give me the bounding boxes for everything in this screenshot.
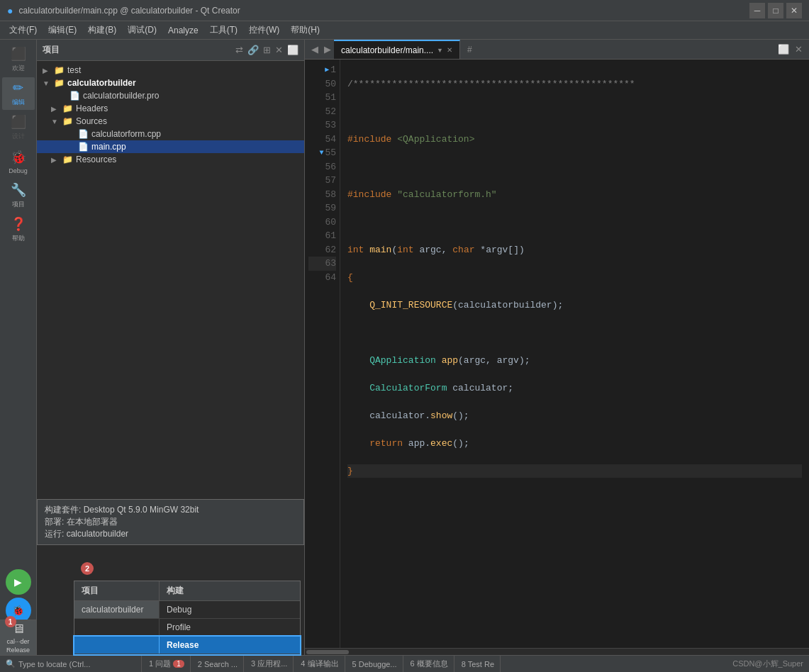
split-editor-button[interactable]: ⬜ xyxy=(775,44,792,55)
link-icon[interactable]: 🔗 xyxy=(247,45,259,55)
window-controls: ─ □ ✕ xyxy=(749,3,802,18)
problems-label: 1 问题 xyxy=(149,659,171,669)
sidebar-item-project[interactable]: 🔧 项目 xyxy=(2,179,35,212)
menu-controls[interactable]: 控件(W) xyxy=(243,23,285,38)
code-line-64 xyxy=(347,492,802,506)
code-line-52 xyxy=(347,160,802,174)
scroll-thumb[interactable] xyxy=(306,650,349,654)
line-num-50: 50 xyxy=(308,77,336,91)
tree-item-test[interactable]: ▶ 📁 test xyxy=(37,64,304,77)
kit-cell-build: Debug xyxy=(160,601,300,618)
kit-row-calculatorbuilder-debug[interactable]: calculatorbuilder Debug xyxy=(74,601,300,619)
line-num-53: 53 xyxy=(308,118,336,133)
sidebar-item-help[interactable]: ❓ 帮助 xyxy=(2,213,35,246)
code-line-56: { xyxy=(347,271,802,285)
tree-item-headers[interactable]: ▶ 📁 Headers xyxy=(37,102,304,115)
tree-item-calculatorform-cpp[interactable]: 📄 calculatorform.cpp xyxy=(37,128,304,140)
sidebar-item-design[interactable]: ⬛ 设计 xyxy=(2,111,35,144)
code-editor[interactable]: ▶1 50 51 52 53 54 ▼55 56 57 58 59 60 61 … xyxy=(305,60,809,648)
status-test[interactable]: 8 Test Re xyxy=(456,656,501,672)
status-search[interactable]: 🔍 Type to locate (Ctrl... xyxy=(0,656,142,672)
code-line-50 xyxy=(347,105,802,119)
status-compile[interactable]: 4 编译输出 xyxy=(295,656,345,672)
tree-item-sources[interactable]: ▼ 📁 Sources xyxy=(37,115,304,128)
sidebar: ⬛ 欢迎 ✏ 编辑 ⬛ 设计 🐞 Debug 🔧 项目 ❓ 帮助 ▶ 🐞 🔨 xyxy=(0,40,37,655)
menu-debug[interactable]: 调试(D) xyxy=(122,23,162,38)
menu-build[interactable]: 构建(B) xyxy=(82,23,122,38)
design-icon: ⬛ xyxy=(11,114,26,130)
menu-analyze[interactable]: Analyze xyxy=(162,24,204,37)
close-panel-icon[interactable]: ✕ xyxy=(275,45,283,55)
status-problems[interactable]: 1 问题 1 xyxy=(143,656,191,672)
run-button[interactable]: ▶ xyxy=(6,569,31,595)
tree-item-pro-file[interactable]: 📄 calculatorbuilder.pro xyxy=(37,89,304,102)
horizontal-scrollbar[interactable] xyxy=(305,648,809,655)
tree-item-calculatorbuilder[interactable]: ▼ 📁 calculatorbuilder xyxy=(37,77,304,89)
status-overview[interactable]: 6 概要信息 xyxy=(405,656,454,672)
debugger-label: 5 Debugge... xyxy=(352,660,397,668)
tab-dropdown-icon[interactable]: ▼ xyxy=(437,47,443,54)
minimize-button[interactable]: ─ xyxy=(749,3,765,18)
menu-file[interactable]: 文件(F) xyxy=(4,23,43,38)
line-num-61: 61 xyxy=(308,229,336,243)
tree-item-label: Resources xyxy=(76,155,116,164)
folder-icon: 📁 xyxy=(62,155,73,164)
tab-close-icon[interactable]: ✕ xyxy=(447,46,452,54)
kit-icon-button[interactable]: 1 🖥 cal···der Release xyxy=(0,620,37,655)
code-line-59: QApplication app(argc, argv); xyxy=(347,354,802,368)
project-tree: ▶ 📁 test ▼ 📁 calculatorbuilder 📄 calcula… xyxy=(37,61,304,655)
status-debugger[interactable]: 5 Debugge... xyxy=(347,656,403,672)
menu-bar: 文件(F) 编辑(E) 构建(B) 调试(D) Analyze 工具(T) 控件… xyxy=(0,21,809,40)
close-editor-button[interactable]: ✕ xyxy=(792,44,805,55)
debug-icon: 🐞 xyxy=(11,150,26,165)
line-num-58: 58 xyxy=(308,188,336,202)
status-search-tab[interactable]: 2 Search ... xyxy=(192,656,244,672)
filter-icon[interactable]: ⊞ xyxy=(263,45,271,55)
sidebar-item-welcome[interactable]: ⬛ 欢迎 xyxy=(2,43,35,76)
menu-help[interactable]: 帮助(H) xyxy=(285,23,325,38)
tree-item-main-cpp[interactable]: 📄 main.cpp xyxy=(37,140,304,153)
editor-tab-main-cpp[interactable]: calculatorbuilder/main.... ▼ ✕ xyxy=(334,40,460,59)
hash-tab[interactable]: # xyxy=(460,43,479,57)
maximize-button[interactable]: □ xyxy=(768,3,783,18)
kit-col-project: 项目 xyxy=(74,581,160,600)
project-header: 项目 ⇄ 🔗 ⊞ ✕ ⬜ xyxy=(37,40,304,61)
build-info-line3: 运行: calculatorbuilder xyxy=(45,528,296,540)
app-icon: ● xyxy=(7,5,13,16)
code-line-60: CalculatorForm calculator; xyxy=(347,381,802,396)
search-tab-label: 2 Search ... xyxy=(198,660,238,668)
sidebar-item-debug[interactable]: 🐞 Debug xyxy=(2,145,35,178)
tree-item-label: test xyxy=(67,65,81,75)
code-content[interactable]: /***************************************… xyxy=(340,60,809,648)
tree-item-resources[interactable]: ▶ 📁 Resources xyxy=(37,153,304,166)
kit-row-release[interactable]: Release xyxy=(74,637,300,654)
line-num-56: 56 xyxy=(308,160,336,174)
code-line-53: #include "calculatorform.h" xyxy=(347,188,802,202)
sync-icon[interactable]: ⇄ xyxy=(235,45,243,55)
nav-back[interactable]: ◀ xyxy=(308,44,321,55)
test-label: 8 Test Re xyxy=(462,660,494,668)
folder-icon: 📁 xyxy=(54,78,65,88)
title-text: calculatorbuilder/main.cpp @ calculatorb… xyxy=(18,6,749,16)
sidebar-item-edit[interactable]: ✏ 编辑 xyxy=(2,77,35,110)
project-label: 项目 xyxy=(12,200,25,209)
code-line-55: int main(int argc, char *argv[]) xyxy=(347,243,802,257)
line-num-55: ▼55 xyxy=(308,146,336,160)
kit-cell-project-empty xyxy=(74,637,160,654)
line-numbers: ▶1 50 51 52 53 54 ▼55 56 57 58 59 60 61 … xyxy=(305,60,340,648)
menu-tools[interactable]: 工具(T) xyxy=(204,23,243,38)
file-icon: 📄 xyxy=(78,129,89,139)
status-app[interactable]: 3 应用程... xyxy=(245,656,294,672)
menu-edit[interactable]: 编辑(E) xyxy=(43,23,82,38)
kit-row-test-profile[interactable]: Profile xyxy=(74,619,300,637)
nav-forward[interactable]: ▶ xyxy=(321,44,334,55)
edit-label: 编辑 xyxy=(12,98,25,107)
edit-icon: ✏ xyxy=(13,80,23,96)
build-info-tooltip: 构建套件: Desktop Qt 5.9.0 MinGW 32bit 部署: 在… xyxy=(37,499,304,545)
close-button[interactable]: ✕ xyxy=(786,3,802,18)
project-panel-title: 项目 xyxy=(43,44,60,56)
expand-icon[interactable]: ⬜ xyxy=(287,45,299,55)
tree-item-label: Sources xyxy=(76,116,107,126)
tree-arrow: ▶ xyxy=(51,105,60,113)
search-icon: 🔍 xyxy=(6,659,16,668)
